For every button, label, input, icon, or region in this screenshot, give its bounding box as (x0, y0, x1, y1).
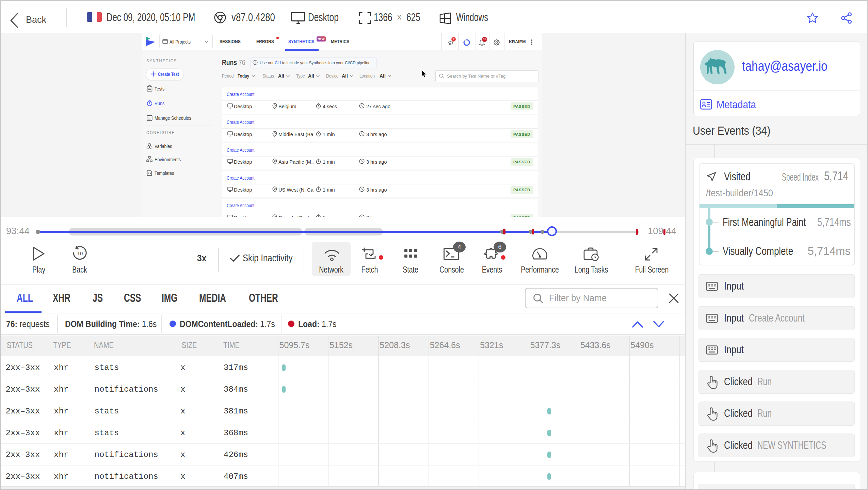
svg-text:10: 10 (77, 250, 83, 256)
